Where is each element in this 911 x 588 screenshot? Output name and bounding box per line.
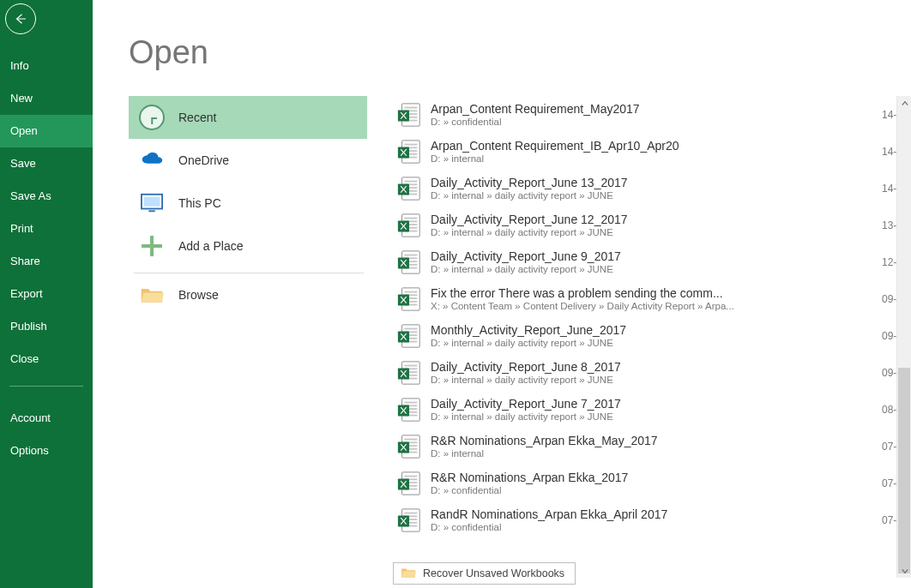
sidebar-item-new[interactable]: New [0,82,93,115]
location-label: OneDrive [178,153,229,167]
excel-file-icon [396,360,422,386]
svg-rect-18 [404,180,417,182]
svg-rect-53 [404,364,417,366]
sidebar-nav: InfoNewOpenSaveSave AsPrintShareExportPu… [0,50,93,375]
location-label: Add a Place [178,239,244,253]
svg-rect-4 [404,106,417,108]
file-path: D: » internal » daily activity report » … [431,190,882,201]
location-add-place[interactable]: Add a Place [129,225,367,267]
file-info: Daily_Activity_Report_June 13_2017D: » i… [431,176,882,201]
excel-file-icon [396,102,422,128]
scrollbar-up-button[interactable] [897,96,911,111]
sidebar-item-print[interactable]: Print [0,213,93,245]
file-path: D: » internal [431,153,882,164]
location-browse[interactable]: Browse [129,273,367,316]
excel-file-icon [396,323,422,349]
file-path: D: » internal » daily activity report » … [431,338,882,348]
recent-file-row[interactable]: RandR Nominations_Arpan Ekka_April 2017D… [393,501,911,538]
recent-file-row[interactable]: R&R Nominations_Arpan Ekka_2017D: » conf… [393,465,911,501]
file-name: RandR Nominations_Arpan Ekka_April 2017 [431,507,882,521]
file-info: Daily_Activity_Report_June 9_2017D: » in… [431,249,882,274]
file-path: D: » internal [431,448,882,459]
sidebar-item-open[interactable]: Open [0,115,93,147]
svg-rect-60 [404,401,417,403]
file-path: X: » Content Team » Content Delivery » D… [431,301,882,311]
svg-rect-11 [404,143,417,145]
scrollbar-down-button[interactable] [897,563,911,578]
file-info: Daily_Activity_Report_June 12_2017D: » i… [431,213,882,237]
excel-file-icon [396,249,422,275]
back-button[interactable] [5,3,36,34]
recent-file-row[interactable]: Fix the error There was a problem sendin… [393,280,911,317]
svg-rect-67 [404,438,417,440]
recent-file-row[interactable]: Daily_Activity_Report_June 12_2017D: » i… [393,207,911,243]
excel-file-icon [396,176,422,201]
location-this-pc[interactable]: This PC [129,182,367,225]
recent-file-row[interactable]: Arpan_Content Requirement_May2017D: » co… [393,96,911,133]
recent-file-row[interactable]: Daily_Activity_Report_June 9_2017D: » in… [393,243,911,280]
main-area: Open Recent OneDrive This PC Add a Place [93,0,911,588]
file-path: D: » confidential [431,117,882,127]
sidebar-divider [9,386,83,387]
excel-file-icon [396,286,422,312]
folder-open-icon [401,567,416,581]
back-arrow-icon [13,11,28,27]
excel-file-icon [396,471,422,496]
clock-icon [139,105,165,130]
file-path: D: » internal » daily activity report » … [431,411,882,422]
sidebar-item-save-as[interactable]: Save As [0,180,93,213]
file-name: Daily_Activity_Report_June 8_2017 [431,360,882,374]
backstage-sidebar: InfoNewOpenSaveSave AsPrintShareExportPu… [0,0,93,588]
recent-file-row[interactable]: Daily_Activity_Report_June 7_2017D: » in… [393,391,911,428]
location-recent[interactable]: Recent [129,96,367,139]
sidebar-item-account[interactable]: Account [0,402,93,435]
svg-rect-74 [404,475,417,477]
file-info: Daily_Activity_Report_June 8_2017D: » in… [431,360,882,385]
file-info: R&R Nominations_Arpan Ekka_May_2017D: » … [431,434,882,459]
sidebar-item-close[interactable]: Close [0,343,93,375]
file-list-scrollbar[interactable] [896,96,911,578]
sidebar-item-info[interactable]: Info [0,50,93,82]
open-locations: Recent OneDrive This PC Add a Place Brow… [129,96,367,316]
scrollbar-thumb[interactable] [898,368,910,573]
file-info: Daily_Activity_Report_June 7_2017D: » in… [431,397,882,422]
recent-file-row[interactable]: Daily_Activity_Report_June 13_2017D: » i… [393,170,911,207]
svg-rect-1 [144,197,160,207]
add-place-icon [139,233,165,259]
file-info: Arpan_Content Requirement_IB_Apr10_Apr20… [431,139,882,164]
file-name: R&R Nominations_Arpan Ekka_2017 [431,471,882,484]
onedrive-icon [139,147,165,173]
excel-file-icon [396,434,422,459]
sidebar-item-publish[interactable]: Publish [0,310,93,343]
svg-rect-2 [148,210,154,212]
file-name: Fix the error There was a problem sendin… [431,286,882,300]
svg-rect-46 [404,327,417,329]
location-onedrive[interactable]: OneDrive [129,139,367,182]
file-info: Arpan_Content Requirement_May2017D: » co… [431,102,882,127]
file-info: Fix the error There was a problem sendin… [431,286,882,311]
file-name: Monthly_Activity_Report_June_2017 [431,323,882,337]
file-name: Daily_Activity_Report_June 13_2017 [431,176,882,189]
file-name: R&R Nominations_Arpan Ekka_May_2017 [431,434,882,447]
svg-rect-32 [404,254,417,255]
location-label: This PC [178,196,221,210]
recent-file-row[interactable]: Daily_Activity_Report_June 8_2017D: » in… [393,354,911,391]
scrollbar-track[interactable] [897,111,911,563]
file-name: Daily_Activity_Report_June 9_2017 [431,249,882,263]
recent-file-row[interactable]: R&R Nominations_Arpan Ekka_May_2017D: » … [393,428,911,465]
sidebar-item-save[interactable]: Save [0,147,93,180]
svg-rect-25 [404,217,417,219]
sidebar-item-export[interactable]: Export [0,278,93,310]
recent-file-row[interactable]: Monthly_Activity_Report_June_2017D: » in… [393,317,911,354]
sidebar-item-share[interactable]: Share [0,245,93,278]
svg-rect-39 [404,291,417,292]
location-label: Browse [178,288,219,302]
file-name: Arpan_Content Requirement_May2017 [431,102,882,116]
recover-label: Recover Unsaved Workbooks [423,567,564,579]
sidebar-item-options[interactable]: Options [0,435,93,467]
sidebar-footer-nav: AccountOptions [0,402,93,467]
file-path: D: » confidential [431,485,882,495]
recover-unsaved-button[interactable]: Recover Unsaved Workbooks [393,562,576,585]
file-info: R&R Nominations_Arpan Ekka_2017D: » conf… [431,471,882,495]
recent-file-row[interactable]: Arpan_Content Requirement_IB_Apr10_Apr20… [393,133,911,170]
